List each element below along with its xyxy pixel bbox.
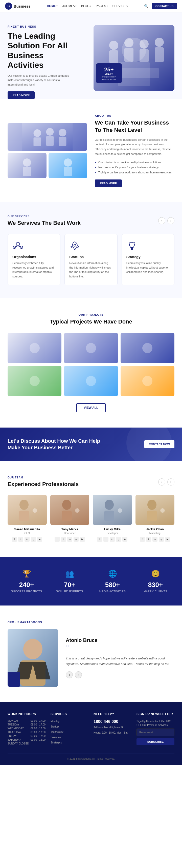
googleplus-icon[interactable]: g — [116, 537, 121, 542]
footer-working-hours: WORKING HOURS MONDAY 09:00 - 17:00 TUESD… — [8, 712, 45, 746]
footer-phone: 1800 446 000 — [94, 719, 132, 724]
team-member-role: CEO — [8, 532, 47, 535]
team-member-tony: Tony Marks Developer f t in g ▶ — [50, 495, 89, 542]
services-section: OUR SERVICES We Servives The Best Work ‹… — [0, 202, 182, 298]
about-photo-3 — [48, 153, 87, 178]
stat-label: SUCCESS PROJECTS — [8, 590, 45, 593]
smile-icon: 😊 — [137, 569, 174, 578]
linkedin-icon[interactable]: in — [110, 537, 115, 542]
nav-home[interactable]: HOME ▾ — [47, 4, 58, 8]
facebook-icon[interactable]: f — [54, 537, 60, 542]
testimonial-name: Atonio Bruce — [66, 638, 174, 643]
project-card[interactable] — [64, 333, 118, 363]
project-card[interactable] — [120, 333, 174, 363]
youtube-icon[interactable]: ▶ — [122, 537, 128, 542]
subscribe-button[interactable]: SUBSCRIBE — [137, 738, 174, 745]
team-next-button[interactable]: › — [167, 478, 174, 486]
hero-cta-button[interactable]: READ MORE — [8, 91, 35, 99]
nav-pages[interactable]: PAGES ▾ — [96, 4, 108, 8]
svg-rect-37 — [104, 510, 114, 521]
bulb-icon — [126, 240, 138, 251]
googleplus-icon[interactable]: g — [159, 537, 164, 542]
hours-row: SATURDAY 09:00 - 12:00 — [8, 738, 45, 741]
testimonial-section: CEO · SMARTADGONS Atonio Bruce " Thi — [0, 606, 182, 702]
linkedin-icon[interactable]: in — [25, 537, 30, 542]
services-next-button[interactable]: › — [167, 217, 174, 224]
svg-point-26 — [74, 244, 76, 246]
projects-header: OUR PROJECTS Typical Projects We Have Do… — [8, 313, 174, 326]
projects-title: Typical Projects We Have Done — [8, 318, 174, 326]
team-prev-button[interactable]: ‹ — [158, 478, 165, 486]
facebook-icon[interactable]: f — [12, 537, 17, 542]
facebook-icon[interactable]: f — [140, 537, 145, 542]
twitter-icon[interactable]: t — [146, 537, 151, 542]
project-card[interactable] — [120, 366, 174, 396]
list-item[interactable]: Monday — [50, 719, 88, 723]
newsletter-email-input[interactable] — [137, 728, 174, 736]
contact-us-button[interactable]: CONTACT US — [152, 3, 177, 9]
team-title: Experienced Professionals — [8, 481, 79, 488]
twitter-icon[interactable]: t — [103, 537, 108, 542]
testimonial-content: Atonio Bruce " This is a great design an… — [66, 638, 174, 678]
svg-rect-16 — [59, 137, 67, 146]
nav-services[interactable]: SERVICES — [112, 4, 128, 8]
testimonial-next-button[interactable]: › — [75, 671, 82, 678]
twitter-icon[interactable]: t — [18, 537, 23, 542]
team-member-name: Lucky Mike — [93, 528, 132, 531]
stats-section: 🏆 240+ SUCCESS PROJECTS 👥 70+ SKILLED EX… — [0, 557, 182, 606]
service-card-startups: Startups Revolutionize information along… — [65, 234, 117, 285]
search-icon[interactable]: 🔍 — [144, 4, 148, 8]
list-item[interactable]: Technology — [50, 730, 88, 734]
project-image — [8, 333, 62, 363]
project-card[interactable] — [64, 366, 118, 396]
linkedin-icon[interactable]: in — [67, 537, 72, 542]
cta-contact-button[interactable]: CONTACT NOW — [144, 440, 174, 448]
hero-image: 25+ YEARS of experience in amazing servi… — [91, 25, 174, 91]
view-all-button[interactable]: VIEW ALL — [76, 403, 106, 412]
svg-point-21 — [16, 242, 20, 246]
project-card[interactable] — [8, 366, 62, 396]
copyright-text: © 2021 Smartaddons. All Rights Reserved. — [67, 757, 115, 760]
youtube-icon[interactable]: ▶ — [80, 537, 85, 542]
team-badge: OUR TEAM — [8, 476, 79, 479]
linkedin-icon[interactable]: in — [152, 537, 157, 542]
svg-point-15 — [59, 129, 67, 136]
years-number: 25+ — [100, 66, 118, 73]
youtube-icon[interactable]: ▶ — [37, 537, 42, 542]
nav-joomla[interactable]: JOOMLA ▾ — [62, 4, 76, 8]
list-item[interactable]: Startup — [50, 725, 88, 728]
service-name: Startups — [69, 255, 112, 259]
facebook-icon[interactable]: f — [97, 537, 102, 542]
avatar — [50, 495, 89, 525]
googleplus-icon[interactable]: g — [31, 537, 36, 542]
services-prev-button[interactable]: ‹ — [158, 217, 165, 224]
footer-col-title: SERVICES — [50, 712, 88, 716]
svg-line-31 — [135, 242, 135, 243]
twitter-icon[interactable]: t — [61, 537, 66, 542]
list-item[interactable]: Strategics — [50, 741, 88, 744]
about-cta-button[interactable]: READ MORE — [95, 180, 122, 187]
hero-title: The Leading Solution For All Business Ac… — [8, 31, 78, 70]
svg-point-41 — [23, 639, 42, 659]
svg-point-38 — [147, 500, 156, 510]
svg-rect-39 — [147, 510, 157, 521]
chevron-down-icon: ▾ — [90, 5, 91, 7]
rocket-icon — [69, 240, 80, 251]
brand-logo[interactable]: B Business — [5, 3, 31, 10]
nav-blog[interactable]: BLOG ▾ — [81, 4, 91, 8]
about-description: Our mission is to bring businesses certa… — [95, 137, 174, 156]
service-description: Seamlessly embrace fully researched grow… — [12, 261, 56, 279]
stat-label: HAPPY CLIENTS — [137, 590, 174, 593]
googleplus-icon[interactable]: g — [74, 537, 79, 542]
team-member-role: Marketing — [136, 532, 175, 535]
youtube-icon[interactable]: ▶ — [165, 537, 170, 542]
navbar: B Business HOME ▾ JOOMLA ▾ BLOG ▾ PAGES … — [0, 0, 182, 12]
project-card[interactable] — [8, 333, 62, 363]
svg-rect-18 — [23, 167, 31, 176]
nav-right: 🔍 CONTACT US — [144, 3, 177, 9]
trophy-icon: 🏆 — [8, 569, 45, 578]
list-item[interactable]: Solutions — [50, 735, 88, 739]
stat-success-projects: 🏆 240+ SUCCESS PROJECTS — [8, 569, 45, 593]
testimonial-prev-button[interactable]: ‹ — [66, 671, 73, 678]
services-header: OUR SERVICES We Servives The Best Work ‹… — [8, 215, 174, 226]
